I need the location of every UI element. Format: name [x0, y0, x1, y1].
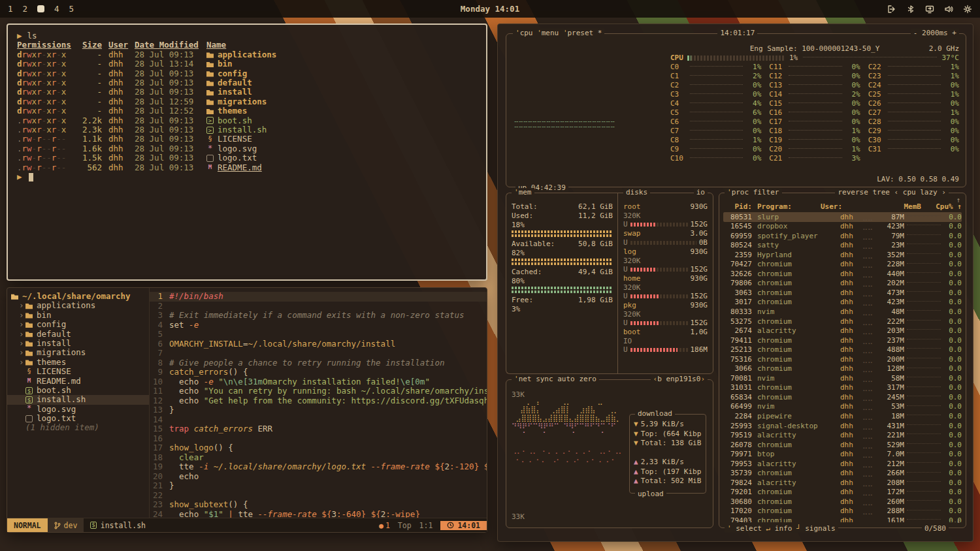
file-name[interactable]: applications: [218, 50, 276, 59]
tree-item[interactable]: *logo.svg: [7, 405, 149, 414]
process-row[interactable]: 30680chromiumdhh⣀⣀260M0.0: [723, 497, 962, 507]
cpu-update-interval[interactable]: - 2000ms +: [911, 29, 959, 38]
process-row[interactable]: 69959spotify_playerdhh⣀⣀79M0.0: [723, 231, 962, 241]
process-row[interactable]: 79201chromiumdhh⣀⣀172M0.0: [723, 488, 962, 497]
tree-item[interactable]: logo.txt: [7, 414, 149, 423]
screen-share-icon[interactable]: [924, 4, 934, 14]
process-row[interactable]: 75316chromiumdhh⣀⣀200M0.0: [723, 354, 962, 364]
process-row[interactable]: 80524sattydhh⣀⣀23M0.0: [723, 241, 962, 251]
process-row[interactable]: 16545dropboxdhh⣀⣀423M0.0: [723, 222, 962, 232]
net-interface[interactable]: ‹b enp191s0›: [651, 375, 708, 384]
net-menu-sync[interactable]: sync: [536, 375, 557, 383]
tree-item[interactable]: $boot.sh: [7, 386, 149, 395]
line-number: 22: [150, 491, 169, 501]
process-row[interactable]: 53275chromiumdhh⣀⣀222M0.0: [723, 317, 962, 326]
file-name[interactable]: install: [218, 87, 252, 97]
disk-name-row: root930G: [623, 202, 708, 212]
file-name[interactable]: logo.txt: [218, 153, 257, 163]
process-row[interactable]: 79953alacrittydhh⣀⣀212M0.0: [723, 459, 962, 469]
process-table-header[interactable]: Pid:Program:User:MemBCpu% ↑: [723, 202, 962, 212]
tree-item-label: config: [37, 320, 66, 329]
process-row[interactable]: 79971btopdhh⣀⣀7.0M0.0: [723, 450, 962, 460]
file-name[interactable]: migrations: [218, 97, 267, 106]
process-row[interactable]: 26078chromiumdhh⣀⣀529M0.0: [723, 440, 962, 450]
process-row[interactable]: 79519alacrittydhh⣀⣀221M0.0: [723, 431, 962, 441]
proc-hint-select[interactable]: ' select: [727, 524, 766, 533]
process-row[interactable]: 70081nvimdhh⣀⣀58M0.0: [723, 373, 962, 383]
process-row[interactable]: 79403chromiumdhh⣀⣀161M0.0: [723, 516, 962, 523]
scroll-up-arrow[interactable]: ↑: [956, 196, 960, 205]
proc-option-reverse[interactable]: reverse: [838, 188, 872, 197]
proc-menu-filter[interactable]: filter: [753, 188, 779, 197]
process-row[interactable]: 32626chromiumdhh⣀⣀440M0.0: [723, 269, 962, 279]
process-row[interactable]: 65834chromiumdhh⣀⣀245M0.0: [723, 392, 962, 402]
system-monitor-window[interactable]: 'cpu 'menu 'preset * 14:01:17 - 2000ms +…: [497, 24, 973, 542]
tree-item-label: ~/.local/share/omarchy: [22, 292, 131, 301]
workspace-1[interactable]: 1: [8, 4, 13, 14]
process-row[interactable]: 25993signal-desktopdhh⣀⣀431M0.0: [723, 421, 962, 431]
file-name[interactable]: LICENSE: [218, 134, 252, 144]
tree-item-label: install: [37, 339, 71, 348]
process-row[interactable]: 66499nvimdhh⣀⣀53M0.0: [723, 402, 962, 412]
workspace-4[interactable]: 4: [54, 4, 59, 14]
line-number: 9: [150, 368, 169, 377]
tree-item[interactable]: ›themes: [7, 358, 149, 367]
terminal-window[interactable]: ▶lsPermissionsSizeUserDate ModifiedNamed…: [7, 24, 487, 281]
tree-item[interactable]: ›bin: [7, 311, 149, 320]
net-menu-net[interactable]: 'net: [514, 375, 536, 383]
process-row[interactable]: 3017chromiumdhh⣀⣀423M0.0: [723, 298, 962, 307]
file-name[interactable]: logo.svg: [218, 144, 257, 153]
file-name[interactable]: install.sh: [218, 125, 267, 134]
proc-option-tree[interactable]: tree: [872, 188, 894, 197]
tree-item[interactable]: MREADME.md: [7, 377, 149, 386]
process-row[interactable]: 79411chromiumdhh⣀⣀237M0.0: [723, 336, 962, 345]
tree-item[interactable]: ›migrations: [7, 348, 149, 357]
workspace-active-indicator[interactable]: [37, 5, 44, 12]
file-name[interactable]: config: [218, 69, 247, 78]
proc-menu-proc[interactable]: 'proc: [727, 188, 753, 197]
process-row[interactable]: 31031chromiumdhh⣀⣀317M0.0: [723, 383, 962, 393]
bluetooth-icon[interactable]: [906, 4, 915, 14]
tree-item[interactable]: §LICENSE: [7, 367, 149, 376]
file-name[interactable]: boot.sh: [218, 116, 252, 125]
file-name[interactable]: bin: [218, 59, 233, 69]
process-row[interactable]: 3063chromiumdhh⣀⣀473M0.0: [723, 288, 962, 298]
process-row[interactable]: 80531slurpdhh⣀⣀87M0.0: [723, 212, 962, 222]
tree-item[interactable]: ›applications: [7, 301, 149, 310]
file-name[interactable]: themes: [218, 106, 247, 116]
process-row[interactable]: 2674alacrittydhh⣀⣀203M0.0: [723, 326, 962, 336]
process-row[interactable]: 70427chromiumdhh⣀⣀228M0.0: [723, 260, 962, 270]
tree-item[interactable]: (1 hidden item): [7, 423, 149, 432]
proc-option-cpulazy[interactable]: ‹ cpu lazy ›: [894, 188, 946, 197]
process-row[interactable]: 25213chromiumdhh⣀⣀488M0.0: [723, 345, 962, 355]
scroll-down-arrow[interactable]: ↓: [956, 516, 960, 526]
tree-item[interactable]: ›install: [7, 339, 149, 348]
file-name[interactable]: default: [218, 78, 252, 87]
settings-gear-icon[interactable]: [962, 4, 972, 14]
tree-item[interactable]: ›default: [7, 330, 149, 339]
io-toggle[interactable]: io: [694, 188, 708, 197]
workspace-5[interactable]: 5: [69, 4, 74, 14]
disks-title[interactable]: disks: [623, 188, 650, 197]
process-row[interactable]: 35739chromiumdhh⣀⣀266M0.0: [723, 469, 962, 479]
editor-window[interactable]: ~/.local/share/omarchy›applications›bin›…: [7, 287, 487, 533]
volume-icon[interactable]: [943, 4, 953, 14]
workspace-2[interactable]: 2: [23, 4, 28, 14]
process-row[interactable]: 79806chromiumdhh⣀⣀202M0.0: [723, 279, 962, 289]
code-line: 3# Exit immediately if a command exits w…: [150, 311, 487, 321]
code-editor[interactable]: 1#!/bin/bash23# Exit immediately if a co…: [150, 288, 487, 518]
process-row[interactable]: 2284pipewiredhh⣀⣀18M0.0: [723, 411, 962, 421]
net-menu-auto[interactable]: auto: [557, 375, 579, 383]
tree-item[interactable]: ~/.local/share/omarchy: [7, 292, 149, 301]
process-row[interactable]: 3066chromiumdhh⣀⣀128M0.0: [723, 364, 962, 374]
proc-hint-signals[interactable]: ┘ signals: [796, 524, 836, 533]
process-row[interactable]: 79824alacrittydhh⣀⣀208M0.0: [723, 478, 962, 488]
process-row[interactable]: 80333nvimdhh⣀⣀48M0.0: [723, 307, 962, 317]
proc-hint-info[interactable]: ↵ info: [766, 524, 796, 533]
file-name[interactable]: README.md: [218, 163, 262, 172]
tree-item[interactable]: ›config: [7, 320, 149, 329]
logout-icon[interactable]: [887, 4, 896, 14]
process-row[interactable]: 2359Hyprlanddhh⣀⣀352M0.0: [723, 250, 962, 260]
process-row[interactable]: 17020chromiumdhh⣀⣀288M0.0: [723, 507, 962, 516]
net-menu-zero[interactable]: zero: [579, 375, 596, 383]
